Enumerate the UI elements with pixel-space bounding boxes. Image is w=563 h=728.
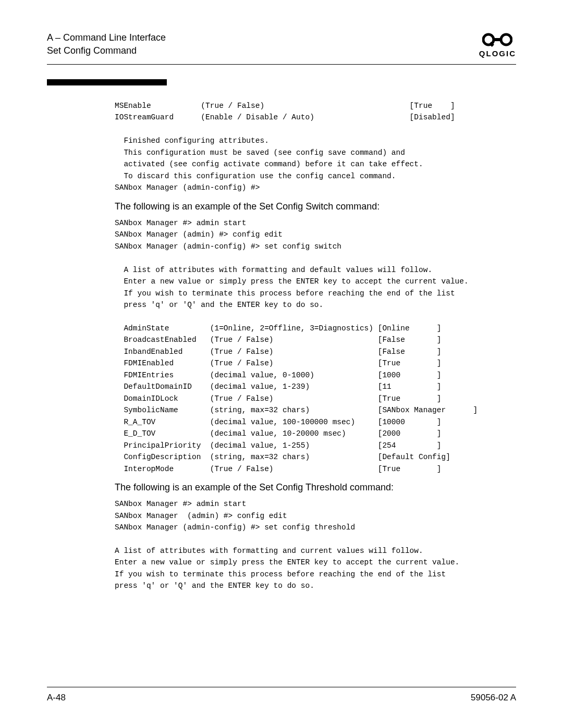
doc-id: 59056-02 A — [471, 693, 516, 703]
black-tab-bar — [47, 79, 167, 85]
header-rule — [47, 64, 516, 65]
heading-set-config-threshold: The following is an example of the Set C… — [115, 482, 516, 493]
main-content: MSEnable (True / False) [True ] IOStream… — [47, 100, 516, 592]
svg-rect-2 — [493, 38, 502, 41]
cli-block-1: MSEnable (True / False) [True ] IOStream… — [115, 100, 516, 194]
page-header: A – Command Line Interface Set Config Co… — [47, 31, 516, 58]
heading-set-config-switch: The following is an example of the Set C… — [115, 201, 516, 212]
qlogic-logo-icon — [482, 31, 512, 48]
header-line-2: Set Config Command — [47, 44, 166, 57]
page-footer: A-48 59056-02 A — [47, 687, 516, 703]
cli-block-3: SANbox Manager #> admin start SANbox Man… — [115, 498, 516, 592]
brand-logo: QLOGIC — [479, 31, 516, 58]
cli-block-2: SANbox Manager #> admin start SANbox Man… — [115, 217, 516, 475]
header-text: A – Command Line Interface Set Config Co… — [47, 31, 166, 57]
logo-text: QLOGIC — [479, 49, 516, 58]
svg-point-1 — [501, 34, 511, 45]
header-line-1: A – Command Line Interface — [47, 31, 166, 44]
page-number: A-48 — [47, 693, 66, 703]
